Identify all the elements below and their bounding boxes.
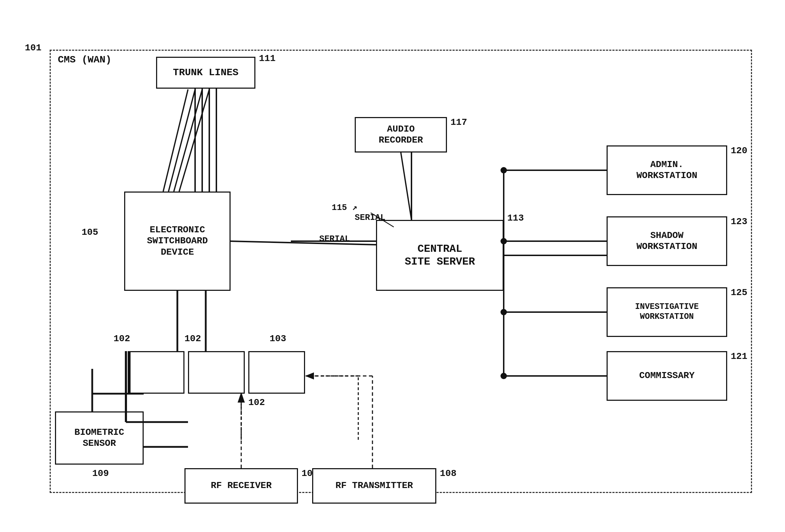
cms-label: CMS (WAN) — [58, 54, 111, 65]
ref-113: 113 — [507, 213, 524, 223]
ref-123: 123 — [731, 216, 747, 227]
ref-120: 120 — [731, 145, 747, 156]
ref-103: 103 — [270, 333, 286, 344]
terminal-box-1 — [128, 351, 184, 394]
investigative-workstation-block: INVESTIGATIVE WORKSTATION — [607, 287, 727, 337]
ref-117: 117 — [450, 117, 467, 128]
ref-125: 125 — [731, 287, 747, 298]
ref-121: 121 — [731, 351, 747, 362]
ref-102-2: 102 — [184, 333, 201, 344]
terminal-box-2 — [188, 351, 245, 394]
central-site-server-block: CENTRAL SITE SERVER — [376, 220, 504, 291]
rf-transmitter-block: RF TRANSMITTER — [312, 468, 436, 504]
serial-label-2: SERIAL — [319, 234, 350, 244]
audio-recorder-block: AUDIO RECORDER — [355, 117, 447, 153]
diagram-container: 101 CMS (WAN) — [21, 21, 766, 511]
ref-102-1: 102 — [114, 333, 130, 344]
commissary-block: COMMISSARY — [607, 351, 727, 401]
ref-109: 109 — [92, 468, 109, 479]
serial-label-1: SERIAL — [355, 213, 385, 222]
admin-workstation-block: ADMIN. WORKSTATION — [607, 145, 727, 195]
terminal-box-3 — [248, 351, 305, 394]
ref-111: 111 — [259, 53, 276, 64]
shadow-workstation-block: SHADOW WORKSTATION — [607, 216, 727, 266]
ref-115: 115 ↗ — [332, 202, 357, 212]
ref-108: 108 — [440, 468, 457, 479]
rf-receiver-block: RF RECEIVER — [184, 468, 298, 504]
biometric-sensor-block: BIOMETRIC SENSOR — [55, 411, 144, 465]
switchboard-block: ELECTRONIC SWITCHBOARD DEVICE — [124, 192, 231, 291]
trunk-lines-block: TRUNK LINES — [156, 57, 255, 89]
ref-105: 105 — [82, 227, 98, 238]
ref-101: 101 — [25, 43, 42, 53]
ref-102-3: 102 — [248, 397, 265, 408]
